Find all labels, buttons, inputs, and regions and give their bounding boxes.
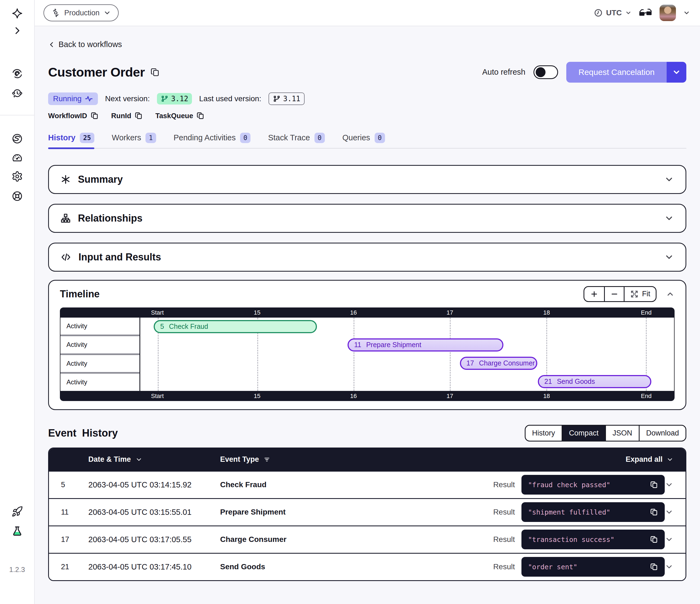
copy-task-queue-icon[interactable]	[196, 112, 204, 120]
copy-title-icon[interactable]	[150, 67, 160, 77]
chevron-down-icon	[664, 174, 674, 184]
summary-section[interactable]: Summary	[48, 165, 686, 194]
timeline-bar-send-goods[interactable]: 21Send Goods	[538, 375, 651, 388]
schedules-icon[interactable]	[11, 88, 23, 99]
tab-count-badge: 0	[315, 133, 325, 143]
tab-pending-activities[interactable]: Pending Activities0	[174, 133, 251, 148]
timeline-tick-label: 15	[254, 391, 260, 401]
labs-flask-icon[interactable]	[11, 526, 23, 537]
expand-row-chevron-icon[interactable]	[665, 535, 673, 544]
copy-result-icon[interactable]	[650, 535, 658, 543]
bar-event-name: Send Goods	[557, 378, 595, 385]
filter-icon	[263, 456, 270, 463]
column-event-type[interactable]: Event Type	[220, 455, 626, 464]
copy-workflow-id-icon[interactable]	[91, 112, 99, 120]
workflows-icon[interactable]	[11, 68, 23, 79]
input-results-section[interactable]: Input and Results	[48, 243, 686, 272]
app-logo-icon[interactable]	[11, 8, 23, 19]
view-compact-button[interactable]: Compact	[561, 426, 605, 441]
collapse-timeline-chevron-up-icon[interactable]	[666, 290, 675, 298]
relationships-section[interactable]: Relationships	[48, 204, 686, 233]
event-history-table: Date & Time Event Type Expand all 5 2063…	[48, 448, 686, 581]
result-value-chip: "transaction success"	[521, 530, 665, 549]
cancelation-dropdown-button[interactable]	[667, 62, 686, 82]
zoom-in-button[interactable]	[584, 287, 604, 301]
next-version-badge: 3.12	[157, 93, 192, 104]
expand-row-chevron-icon[interactable]	[665, 562, 673, 571]
tab-count-badge: 0	[240, 133, 250, 143]
last-version-value: 3.11	[283, 95, 301, 103]
result-label: Result	[493, 562, 515, 571]
bar-event-id: 5	[160, 322, 164, 331]
view-json-button[interactable]: JSON	[605, 426, 639, 441]
back-to-workflows-link[interactable]: Back to workflows	[48, 40, 122, 49]
timezone-selector[interactable]: UTC	[594, 8, 632, 17]
namespace-switcher-button[interactable]: Production	[44, 4, 119, 21]
event-history-title: Event History	[48, 427, 118, 439]
timeline-bar-charge-consumer[interactable]: 17Charge Consumer	[460, 357, 537, 370]
usage-gauge-icon[interactable]	[11, 151, 23, 163]
request-cancelation-button[interactable]: Request Cancelation	[566, 62, 686, 82]
event-row-prepare-shipment[interactable]: 11 2063-04-05 UTC 03:15:55.01 Prepare Sh…	[49, 498, 685, 526]
settings-gear-icon[interactable]	[11, 171, 23, 182]
event-datetime: 2063-04-05 UTC 03:14:15.92	[88, 480, 220, 489]
rocket-icon[interactable]	[11, 506, 23, 517]
toggle-knob	[536, 67, 546, 77]
zoom-out-button[interactable]	[604, 287, 624, 301]
request-cancelation-label[interactable]: Request Cancelation	[566, 62, 667, 82]
timeline-bar-check-fraud[interactable]: 5Check Fraud	[154, 320, 317, 333]
tab-history[interactable]: History25	[48, 133, 94, 148]
expand-row-chevron-icon[interactable]	[665, 508, 673, 516]
glasses-icon[interactable]	[639, 8, 652, 17]
expand-all-button[interactable]: Expand all	[626, 455, 673, 464]
task-queue-label: TaskQueue	[155, 112, 193, 120]
fit-button[interactable]: Fit	[624, 287, 656, 301]
timeline-label-column: Activity Activity Activity Activity	[60, 318, 140, 391]
main-content: Back to workflows Customer Order Auto re…	[35, 26, 700, 604]
tab-queries[interactable]: Queries0	[342, 133, 385, 148]
view-history-button[interactable]: History	[526, 426, 561, 441]
event-type: Prepare Shipment	[220, 508, 493, 516]
user-avatar[interactable]	[659, 5, 676, 21]
copy-result-icon[interactable]	[650, 563, 658, 571]
page-title: Customer Order	[48, 65, 145, 80]
copy-result-icon[interactable]	[650, 481, 658, 489]
chevron-down-icon	[625, 9, 632, 16]
tab-workers[interactable]: Workers1	[112, 133, 156, 148]
copy-result-icon[interactable]	[650, 508, 658, 516]
bar-event-name: Check Fraud	[169, 322, 208, 331]
event-id: 21	[49, 563, 88, 571]
result-value-chip: "shipment fulfilled"	[521, 502, 665, 522]
event-row-send-goods[interactable]: 21 2063-04-05 UTC 03:17:45.10 Send Goods…	[49, 553, 685, 580]
expand-sidebar-chevron-right-icon[interactable]	[12, 26, 22, 35]
event-row-check-fraud[interactable]: 5 2063-04-05 UTC 03:14:15.92 Check Fraud…	[49, 471, 685, 498]
event-id: 17	[49, 535, 88, 544]
status-badge: Running	[48, 93, 98, 105]
download-button[interactable]: Download	[639, 426, 685, 441]
event-history-header: Date & Time Event Type Expand all	[49, 448, 685, 471]
tab-stack-trace[interactable]: Stack Trace0	[268, 133, 325, 148]
auto-refresh-toggle[interactable]	[533, 65, 558, 79]
expand-row-chevron-icon[interactable]	[665, 480, 673, 489]
event-type: Send Goods	[220, 562, 493, 571]
support-lifebuoy-icon[interactable]	[11, 190, 23, 202]
event-type: Charge Consumer	[220, 535, 493, 544]
event-row-charge-consumer[interactable]: 17 2063-04-05 UTC 03:17:05.55 Charge Con…	[49, 526, 685, 553]
chevron-down-icon	[664, 213, 674, 223]
workflow-tabs: History25 Workers1 Pending Activities0 S…	[48, 133, 686, 148]
chevron-down-icon	[666, 456, 673, 463]
timeline-row-label: Activity	[60, 318, 140, 335]
timeline-tick-label: 16	[350, 391, 356, 401]
sitemap-icon	[60, 213, 71, 223]
last-version-label: Last used version:	[199, 94, 261, 103]
timeline-bar-prepare-shipment[interactable]: 11Prepare Shipment	[348, 338, 503, 352]
nexus-icon[interactable]	[11, 133, 23, 144]
column-date-time[interactable]: Date & Time	[88, 455, 220, 464]
copy-run-id-icon[interactable]	[134, 112, 143, 120]
result-label: Result	[493, 480, 515, 489]
fit-label: Fit	[642, 290, 650, 298]
asterisk-icon	[60, 174, 71, 185]
account-menu-chevron-icon[interactable]	[683, 9, 690, 17]
result-value-chip: "fraud check passed"	[521, 475, 665, 494]
timeline-axis-bottom: Start15161718End	[60, 391, 675, 401]
